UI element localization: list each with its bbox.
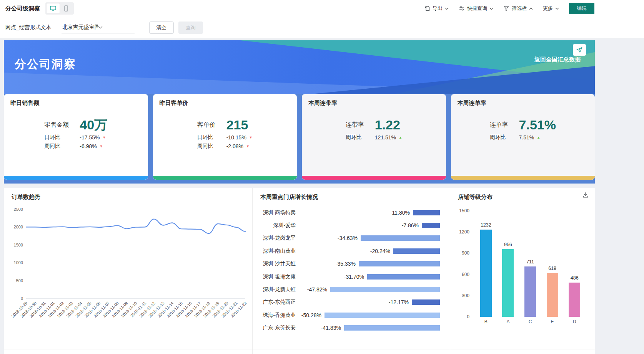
kpi-card-body: 客单价215日环比-10.15%▼周同比-2.08%▼ [153,107,297,176]
kpi-accent-strip [153,176,297,180]
filter-value-select[interactable]: 北京吉元盛宝国际贸易有... [62,22,135,33]
kpi-accent-strip [4,176,148,180]
chevron-down-icon [445,7,449,10]
hbar-category-label: 深圳-商场特卖 [259,209,296,216]
mobile-view-button[interactable] [60,3,73,13]
kpi-card-title: 昨日销售额 [4,94,148,107]
trend-up-icon: ▲ [537,136,540,139]
hbar-bar [359,261,440,266]
kpi-compare-label: 周同比 [197,143,216,150]
hbar-category-label: 深圳-沙井天虹 [259,260,296,267]
hbar-category-label: 深圳-南山茂业 [259,248,296,255]
trend-down-icon: ▼ [102,136,106,139]
hbar-value-label: -35.33% [336,261,356,267]
chevron-up-icon [529,7,533,10]
hbar-bar [413,210,440,215]
hbar-value-label: -7.86% [402,222,419,228]
vbar-bar [524,266,536,317]
chart-title: 本周重点门店增长情况 [260,194,442,201]
more-menu[interactable]: 更多 [543,5,559,12]
quick-query-menu[interactable]: 快捷查询 [459,5,493,12]
svg-text:2500: 2500 [14,207,23,212]
vbar-xtick: C [519,319,541,324]
hbar-category-label: 珠海-香洲茂业 [259,312,296,319]
vbar-column: 486 [563,211,586,317]
chart-title: 店铺等级分布 [458,194,587,201]
svg-text:500: 500 [16,278,23,283]
chevron-down-icon [489,7,493,10]
hbar-bar [367,274,440,280]
hbar-row: 深圳-南山茂业-20.24% [253,245,450,257]
svg-text:1500: 1500 [14,243,23,247]
vbar-ytick: 1200 [455,229,469,235]
hbar-category-label: 深圳-龙岗龙平 [259,235,296,242]
export-menu[interactable]: 导出 [424,5,449,12]
desktop-view-button[interactable] [47,3,60,13]
vbar-xtick: D [563,319,586,324]
trend-down-icon: ▼ [100,144,103,148]
banner-artwork [4,40,595,94]
kpi-compare-value: -17.55%▼ [80,134,107,141]
kpi-card: 昨日销售额零售金额40万日环比-17.55%▼周同比-6.98%▼ [4,94,148,180]
edit-button[interactable]: 编辑 [569,3,594,14]
kpi-grid: 零售金额40万日环比-17.55%▼周同比-6.98%▼ [44,118,107,176]
filter-bar-menu[interactable]: 筛选栏 [503,5,533,12]
hbar-bar [330,287,440,292]
hbar-row: 深圳-商场特卖-11.80% [253,206,450,219]
kpi-row: 昨日销售额零售金额40万日环比-17.55%▼周同比-6.98%▼昨日客单价客单… [4,94,595,180]
back-to-national-link[interactable]: 返回全国汇总数据 [534,56,581,63]
dashboard-content: 分公司洞察 返回全国汇总数据 昨日销售额零售金额40万日环比-17.55%▼周同… [4,40,595,354]
kpi-grid: 连带率1.22周环比121.51%▲ [346,118,402,176]
filter-field-label: 网点_经营形式文本 [5,24,52,31]
kpi-card: 本周连单率连单率7.51%周环比7.51%▲ [451,94,595,180]
download-button[interactable] [582,192,589,199]
svg-text:2000: 2000 [14,225,23,229]
hbar-bar [361,235,440,241]
filter-bar-label: 筛选栏 [512,5,527,12]
vbar-bar [502,249,514,317]
svg-text:0: 0 [21,296,23,301]
kpi-metric-label: 连单率 [490,121,508,129]
kpi-card: 本周连带率连带率1.22周环比121.51%▲ [302,94,446,180]
jump-button[interactable] [573,44,586,56]
hbar-value-label: -31.70% [344,274,364,280]
kpi-metric-value: 215 [226,118,253,132]
phone-icon [63,5,70,12]
kpi-compare-value: -10.15%▼ [226,134,253,141]
filter-bar: 网点_经营形式文本 北京吉元盛宝国际贸易有... 清空 查询 [0,17,644,38]
hbar-chart: 深圳-商场特卖-11.80%深圳-爱华-7.86%深圳-龙岗龙平-34.63%深… [253,202,450,334]
vbar-column: 619 [541,211,564,317]
vbar-value-label: 711 [526,259,534,265]
hbar-row: 深圳-坦洲文康-31.70% [253,270,450,283]
order-trend-panel: 订单数趋势 250020001500100050002018-10-292018… [4,188,252,354]
kpi-accent-strip [302,176,446,180]
query-button[interactable]: 查询 [178,22,203,34]
vbar-xtick: A [497,319,519,324]
clear-button[interactable]: 清空 [149,22,174,34]
trend-down-icon: ▼ [249,136,253,139]
hbar-row: 广东-东莞西正-12.17% [253,296,450,309]
kpi-compare-label: 日环比 [44,134,69,141]
vbar-bar [480,230,492,317]
kpi-compare-label: 日环比 [197,134,216,141]
kpi-grid: 客单价215日环比-10.15%▼周同比-2.08%▼ [197,118,253,176]
chevron-down-icon [98,26,134,29]
vbar-ytick: 300 [455,293,469,298]
hbar-value-label: -41.83% [321,325,341,331]
kpi-compare-value: 121.51%▲ [375,134,402,141]
hbar-row: 深圳-龙岗龙平-34.63% [253,232,450,245]
vbar-xtick: E [541,319,564,324]
hbar-value-label: -47.82% [307,286,327,293]
kpi-card-body: 连单率7.51%周环比7.51%▲ [451,107,595,176]
kpi-card-title: 本周连单率 [451,94,595,107]
kpi-card-title: 本周连带率 [302,94,446,107]
vbar-bar [547,273,558,317]
kpi-card-body: 零售金额40万日环比-17.55%▼周同比-6.98%▼ [4,107,148,176]
kpi-compare-label: 周同比 [44,143,69,150]
vbar-xaxis: BACED [475,319,586,324]
store-growth-panel: 本周重点门店增长情况 深圳-商场特卖-11.80%深圳-爱华-7.86%深圳-龙… [252,188,450,354]
hbar-row: 广东-东莞长安-41.83% [253,322,450,334]
kpi-metric-label: 零售金额 [44,121,69,129]
kpi-metric-value: 1.22 [375,118,402,132]
vbar-column: 956 [497,211,519,317]
